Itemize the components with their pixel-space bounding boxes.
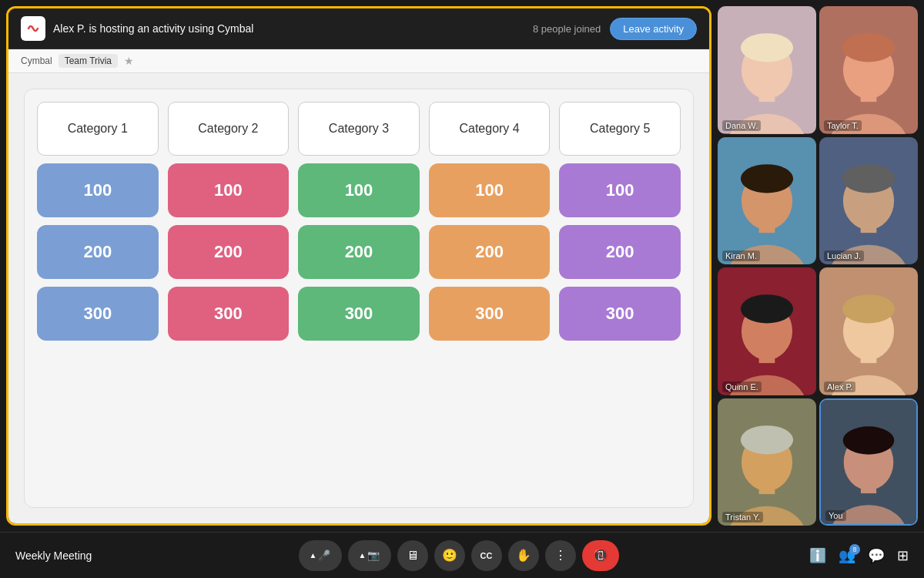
video-grid: Dana W. Taylor T. Kiran M. Lucian J. xyxy=(716,0,924,532)
chevron-up-icon: ▲ xyxy=(310,551,317,560)
activities-button[interactable]: ⊞ xyxy=(897,547,909,564)
controls-center: ▲ 🎤 ▲ 📷 🖥 🙂 CC ✋ ⋮ 📵 xyxy=(108,540,809,571)
category-header-4: Category 4 xyxy=(429,102,551,156)
activity-header: Alex P. is hosting an activity using Cym… xyxy=(8,8,709,49)
people-count: 8 people joined xyxy=(533,23,601,35)
camera-button[interactable]: ▲ 📷 xyxy=(348,540,391,571)
svg-point-10 xyxy=(842,33,895,62)
score-card-2-100[interactable]: 100 xyxy=(168,163,290,217)
people-badge: 8 xyxy=(849,544,860,555)
caption-button[interactable]: CC xyxy=(471,540,502,571)
category-header-5: Category 5 xyxy=(559,102,681,156)
leave-activity-button[interactable]: Leave activity xyxy=(610,18,697,40)
video-label-quinn: Quinn E. xyxy=(722,381,762,392)
controls-right: ℹ️ 👥 8 💬 ⊞ xyxy=(809,547,909,564)
video-tile-lucian: Lucian J. xyxy=(819,137,918,265)
score-card-4-300[interactable]: 300 xyxy=(429,287,551,341)
video-label-kiran: Kiran M. xyxy=(722,250,760,261)
mic-button[interactable]: ▲ 🎤 xyxy=(299,540,342,571)
header-left: Alex P. is hosting an activity using Cym… xyxy=(21,16,253,41)
video-label-tristan: Tristan Y. xyxy=(722,512,763,523)
emoji-button[interactable]: 🙂 xyxy=(434,540,465,571)
chat-button[interactable]: 💬 xyxy=(868,547,885,564)
svg-point-30 xyxy=(842,294,895,323)
people-button[interactable]: 👥 8 xyxy=(839,547,855,564)
video-label-taylor: Taylor T. xyxy=(824,120,862,131)
raise-hand-button[interactable]: ✋ xyxy=(508,540,539,571)
score-card-1-200[interactable]: 200 xyxy=(37,225,159,279)
video-label-lucian: Lucian J. xyxy=(824,250,864,261)
mic-icon: 🎤 xyxy=(318,549,330,561)
category-col-1: Category 1100200300 xyxy=(37,102,159,495)
svg-point-15 xyxy=(741,164,793,193)
score-card-3-100[interactable]: 100 xyxy=(298,163,420,217)
video-tile-quinn: Quinn E. xyxy=(718,267,816,395)
camera-icon: 📷 xyxy=(367,549,380,561)
video-label-alexp: Alex P. xyxy=(824,381,855,392)
score-card-2-200[interactable]: 200 xyxy=(168,225,290,279)
activity-title: Alex P. is hosting an activity using Cym… xyxy=(53,22,253,35)
video-tile-you: You xyxy=(819,398,918,526)
category-header-3: Category 3 xyxy=(298,102,420,156)
score-card-1-100[interactable]: 100 xyxy=(37,163,159,217)
category-col-2: Category 2100200300 xyxy=(168,102,290,495)
more-options-button[interactable]: ⋮ xyxy=(545,540,576,571)
main-area: Alex P. is hosting an activity using Cym… xyxy=(0,0,924,532)
score-card-5-100[interactable]: 100 xyxy=(559,163,681,217)
hand-icon: ✋ xyxy=(516,548,531,563)
video-tile-alexp: Alex P. xyxy=(819,267,918,395)
svg-point-25 xyxy=(741,294,793,323)
video-label-you: You xyxy=(825,510,846,521)
category-col-4: Category 4100200300 xyxy=(429,102,551,495)
score-card-4-100[interactable]: 100 xyxy=(429,163,551,217)
tab-team-trivia[interactable]: Team Trivia xyxy=(59,54,118,68)
score-card-2-300[interactable]: 300 xyxy=(168,287,290,341)
info-button[interactable]: ℹ️ xyxy=(809,547,826,564)
score-card-4-200[interactable]: 200 xyxy=(429,225,551,279)
score-card-5-200[interactable]: 200 xyxy=(559,225,681,279)
end-call-icon: 📵 xyxy=(593,548,608,563)
category-header-1: Category 1 xyxy=(37,102,159,156)
score-card-3-300[interactable]: 300 xyxy=(298,287,420,341)
caption-icon: CC xyxy=(480,551,493,560)
video-label-dana: Dana W. xyxy=(722,120,761,131)
trivia-board: Category 1100200300Category 2100200300Ca… xyxy=(8,73,709,523)
score-card-5-300[interactable]: 300 xyxy=(559,287,681,341)
video-tile-dana: Dana W. xyxy=(718,6,816,134)
svg-point-40 xyxy=(843,426,895,454)
screen-share-button[interactable]: 🖥 xyxy=(397,540,428,571)
score-card-3-200[interactable]: 200 xyxy=(298,225,420,279)
screen-share-icon: 🖥 xyxy=(407,549,419,563)
tab-cymbal[interactable]: Cymbal xyxy=(21,55,52,66)
score-card-1-300[interactable]: 300 xyxy=(37,287,159,341)
svg-point-35 xyxy=(741,425,793,454)
more-icon: ⋮ xyxy=(554,548,567,563)
category-header-2: Category 2 xyxy=(168,102,290,156)
meeting-title: Weekly Meeting xyxy=(15,549,108,562)
chevron-up-icon: ▲ xyxy=(359,551,367,560)
emoji-icon: 🙂 xyxy=(442,548,457,563)
header-right: 8 people joined Leave activity xyxy=(533,18,697,40)
video-tile-kiran: Kiran M. xyxy=(718,137,816,265)
cymbal-logo-icon xyxy=(21,16,45,41)
activity-panel: Alex P. is hosting an activity using Cym… xyxy=(6,6,711,526)
video-tile-tristan: Tristan Y. xyxy=(718,398,816,526)
bottom-bar: Weekly Meeting ▲ 🎤 ▲ 📷 🖥 🙂 CC ✋ ⋮ 📵 ℹ️ xyxy=(0,532,924,578)
svg-point-5 xyxy=(741,33,793,62)
video-tile-taylor: Taylor T. xyxy=(819,6,918,134)
star-icon[interactable]: ★ xyxy=(124,55,134,67)
category-col-5: Category 5100200300 xyxy=(559,102,681,495)
svg-point-20 xyxy=(842,164,895,193)
board-inner: Category 1100200300Category 2100200300Ca… xyxy=(24,89,694,508)
category-col-3: Category 3100200300 xyxy=(298,102,420,495)
end-call-button[interactable]: 📵 xyxy=(582,540,619,571)
activity-tabs: Cymbal Team Trivia ★ xyxy=(8,49,709,73)
